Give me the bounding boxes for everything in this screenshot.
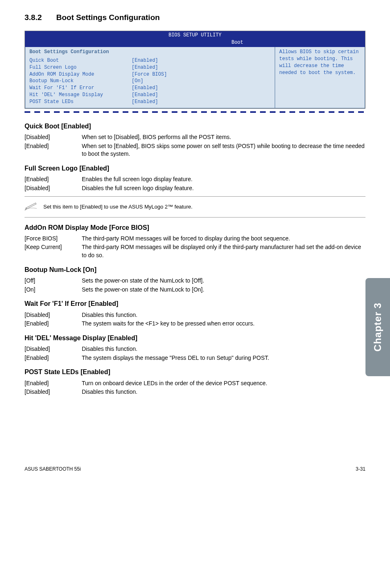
note-text: Set this item to [Enabled] to use the AS… — [43, 203, 193, 211]
option-row: [Off]Sets the power-on state of the NumL… — [25, 277, 365, 285]
option-row: [Enabled]Turn on onboard device LEDs in … — [25, 379, 365, 388]
bios-help-text: Allows BIOS to skip certain tests while … — [279, 49, 359, 75]
option-description: Enables the full screen logo display fea… — [82, 175, 365, 184]
option-row: [On]Sets the power-on state of the NumLo… — [25, 286, 365, 294]
section-number: 3.8.2 — [25, 12, 42, 23]
option-key: [Enabled] — [25, 320, 82, 328]
option-key: [Disabled] — [25, 311, 82, 319]
option-key: [Enabled] — [25, 175, 82, 184]
bios-setting-label: POST State LEDs — [29, 99, 132, 105]
page-footer: ASUS SABERTOOTH 55i 3-31 — [25, 466, 365, 473]
bios-tab-boot[interactable]: Boot — [224, 38, 251, 47]
bios-setting-value: [Force BIOS] — [132, 71, 167, 78]
option-description: The system displays the message "Press D… — [82, 354, 365, 362]
option-key: [Keep Current] — [25, 243, 82, 259]
option-description: When set to [Enabled], BIOS skips some p… — [82, 142, 365, 158]
bootup-heading: Bootup Num-Lock [On] — [25, 265, 365, 274]
bios-setting-label: Wait For 'F1' If Error — [29, 85, 132, 92]
bios-setting-row[interactable]: Hit 'DEL' Message Display[Enabled] — [29, 92, 271, 99]
section-title: 3.8.2 Boot Settings Configuration — [25, 12, 365, 23]
option-description: Turn on onboard device LEDs in the order… — [82, 379, 365, 388]
option-description: Disables this function. — [82, 311, 365, 319]
option-description: Disables this function. — [82, 388, 365, 396]
option-row: [Enabled]Enables the full screen logo di… — [25, 175, 365, 184]
option-row: [Enabled]When set to [Enabled], BIOS ski… — [25, 142, 365, 158]
bios-setting-label: Full Screen Logo — [29, 64, 132, 71]
bios-setting-label: Hit 'DEL' Message Display — [29, 92, 132, 99]
bios-setting-row[interactable]: Full Screen Logo[Enabled] — [29, 64, 271, 71]
bios-setting-row[interactable]: Wait For 'F1' If Error[Enabled] — [29, 85, 271, 92]
option-description: Disables the full screen logo display fe… — [82, 184, 365, 193]
option-row: [Disabled]When set to [Disabled], BIOS p… — [25, 133, 365, 141]
bios-setting-label: Quick Boot — [29, 57, 132, 64]
option-row: [Keep Current]The third-party ROM messag… — [25, 243, 365, 259]
option-description: When set to [Disabled], BIOS performs al… — [82, 133, 365, 141]
option-description: The third-party ROM messages will be dis… — [82, 243, 365, 259]
wait-f1-heading: Wait For 'F1' If Error [Enabled] — [25, 299, 365, 308]
bios-header-text: BIOS SETUP UTILITY — [168, 32, 222, 38]
option-key: [Enabled] — [25, 142, 82, 158]
dashed-divider — [25, 110, 365, 114]
bios-setting-row[interactable]: AddOn ROM Display Mode[Force BIOS] — [29, 71, 271, 78]
option-key: [Disabled] — [25, 388, 82, 396]
option-key: [Enabled] — [25, 354, 82, 362]
bios-header: BIOS SETUP UTILITY Boot — [25, 31, 365, 47]
option-row: [Disabled]Disables the full screen logo … — [25, 184, 365, 193]
note-icon — [25, 200, 43, 213]
bios-setting-value: [Enabled] — [132, 64, 158, 71]
addon-heading: AddOn ROM Display Mode [Force BIOS] — [25, 223, 365, 232]
option-key: [Enabled] — [25, 379, 82, 388]
bios-setting-row[interactable]: POST State LEDs[Enabled] — [29, 99, 271, 105]
chapter-side-tab: Chapter 3 — [365, 278, 390, 376]
bios-setting-value: [Enabled] — [132, 57, 158, 64]
hit-del-heading: Hit 'DEL' Message Display [Enabled] — [25, 334, 365, 343]
option-key: [Force BIOS] — [25, 235, 82, 243]
option-description: Disables this function. — [82, 345, 365, 353]
option-row: [Enabled]The system waits for the <F1> k… — [25, 320, 365, 328]
option-row: [Disabled]Disables this function. — [25, 345, 365, 353]
option-key: [Disabled] — [25, 184, 82, 193]
option-row: [Disabled]Disables this function. — [25, 311, 365, 319]
note-box: Set this item to [Enabled] to use the AS… — [25, 196, 365, 217]
bios-left-pane: Boot Settings Configuration Quick Boot[E… — [25, 47, 275, 108]
full-screen-heading: Full Screen Logo [Enabled] — [25, 164, 365, 173]
option-row: [Force BIOS]The third-party ROM messages… — [25, 235, 365, 243]
bios-setting-value: [On] — [132, 78, 143, 85]
post-leds-heading: POST State LEDs [Enabled] — [25, 368, 365, 377]
section-heading: Boot Settings Configuration — [56, 13, 160, 22]
bios-setting-value: [Enabled] — [132, 85, 158, 92]
option-description: The third-party ROM messages will be for… — [82, 235, 365, 243]
option-row: [Enabled]The system displays the message… — [25, 354, 365, 362]
bios-section-heading: Boot Settings Configuration — [29, 49, 271, 56]
option-description: Sets the power-on state of the NumLock t… — [82, 277, 365, 285]
bios-tab-bar: Boot — [25, 38, 365, 47]
option-row: [Disabled]Disables this function. — [25, 388, 365, 396]
bios-setting-value: [Enabled] — [132, 92, 158, 99]
bios-setting-label: Bootup Num-Lock — [29, 78, 132, 85]
chapter-side-tab-label: Chapter 3 — [371, 303, 385, 352]
footer-left: ASUS SABERTOOTH 55i — [25, 466, 81, 473]
option-key: [Off] — [25, 277, 82, 285]
option-description: Sets the power-on state of the NumLock t… — [82, 286, 365, 294]
bios-setting-row[interactable]: Quick Boot[Enabled] — [29, 57, 271, 64]
option-key: [Disabled] — [25, 345, 82, 353]
quick-boot-heading: Quick Boot [Enabled] — [25, 122, 365, 131]
bios-help-pane: Allows BIOS to skip certain tests while … — [275, 47, 365, 108]
bios-setting-value: [Enabled] — [132, 99, 158, 105]
bios-setting-label: AddOn ROM Display Mode — [29, 71, 132, 78]
bios-body: Boot Settings Configuration Quick Boot[E… — [25, 47, 365, 108]
option-key: [Disabled] — [25, 133, 82, 141]
option-key: [On] — [25, 286, 82, 294]
bios-screenshot: BIOS SETUP UTILITY Boot Boot Settings Co… — [25, 31, 365, 109]
option-description: The system waits for the <F1> key to be … — [82, 320, 365, 328]
bios-setting-row[interactable]: Bootup Num-Lock[On] — [29, 78, 271, 85]
footer-right: 3-31 — [356, 466, 365, 473]
